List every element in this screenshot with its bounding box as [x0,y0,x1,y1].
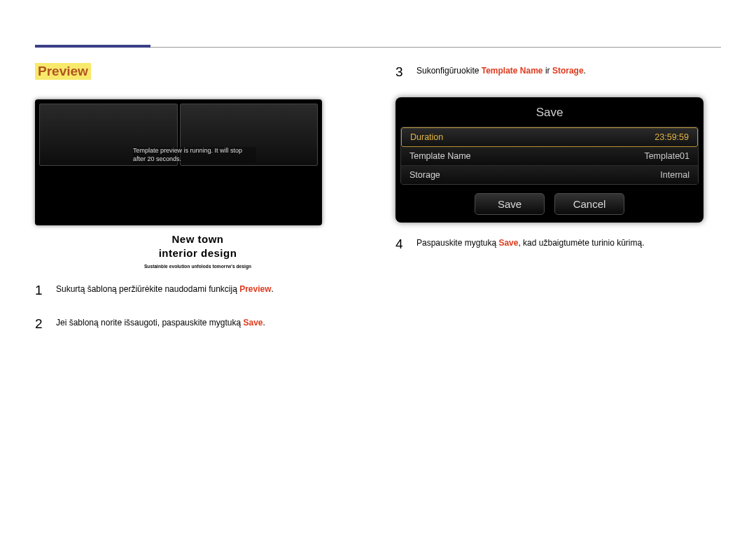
step-number: 4 [396,235,405,254]
row-label: Duration [410,132,443,142]
header-accent [35,45,150,48]
caption-line2: interior design [35,246,360,260]
dialog-row-storage[interactable]: Storage Internal [401,166,698,184]
steps-left: 1 Sukurtą šabloną peržiūrėkite naudodami… [35,281,360,334]
caption-line1: New town [35,232,360,246]
keyword-storage: Storage [552,66,584,76]
text: ir [543,66,552,76]
section-title-preview: Preview [35,63,91,80]
text: . [263,318,265,328]
step-number: 3 [396,63,405,82]
template-preview-screenshot: Template preview is running. It will sto… [35,99,322,225]
dialog-rows: Duration 23:59:59 Template Name Template… [400,127,699,185]
keyword-template-name: Template Name [482,66,543,76]
text: Paspauskite mygtuką [416,238,498,248]
step-2: 2 Jei šabloną norite išsaugoti, paspausk… [35,315,360,334]
keyword-save: Save [244,318,263,328]
step-body: Jei šabloną norite išsaugoti, paspauskit… [56,315,265,334]
step-3: 3 Sukonfigūruokite Template Name ir Stor… [396,63,721,82]
text: Sukonfigūruokite [416,66,482,76]
step-body: Paspauskite mygtuką Save, kad užbaigtumė… [416,235,645,254]
steps-right-top: 3 Sukonfigūruokite Template Name ir Stor… [396,63,721,82]
keyword-preview: Preview [239,284,271,294]
save-button[interactable]: Save [475,193,545,215]
step-body: Sukurtą šabloną peržiūrėkite naudodami f… [56,281,274,300]
preview-caption: New town interior design Sustainble evol… [35,232,360,269]
row-label: Storage [410,170,440,180]
step-body: Sukonfigūruokite Template Name ir Storag… [416,63,586,82]
right-column: 3 Sukonfigūruokite Template Name ir Stor… [396,63,721,349]
step-number: 2 [35,315,45,334]
row-value: Template01 [644,151,690,161]
text: . [584,66,586,76]
row-value: Internal [660,170,690,180]
text: . [272,284,274,294]
save-dialog: Save Duration 23:59:59 Template Name Tem… [396,97,704,223]
row-value: 23:59:59 [654,132,689,142]
dialog-row-duration[interactable]: Duration 23:59:59 [401,127,698,147]
step-1: 1 Sukurtą šabloną peržiūrėkite naudodami… [35,281,360,300]
step-4: 4 Paspauskite mygtuką Save, kad užbaigtu… [396,235,721,254]
step-number: 1 [35,281,45,300]
text: Jei šabloną norite išsaugoti, paspauskit… [56,318,244,328]
cancel-button[interactable]: Cancel [554,193,624,215]
text: Sukurtą šabloną peržiūrėkite naudodami f… [56,284,239,294]
keyword-save: Save [498,238,518,248]
preview-running-line1: Template preview is running. It will sto… [133,147,242,154]
dialog-row-template-name[interactable]: Template Name Template01 [401,147,698,166]
dialog-buttons: Save Cancel [400,185,699,218]
preview-running-text: Template preview is running. It will sto… [133,147,256,163]
preview-running-line2: after 20 seconds. [133,155,181,162]
row-label: Template Name [410,151,471,161]
steps-right-bottom: 4 Paspauskite mygtuką Save, kad užbaigtu… [396,235,721,254]
left-column: Preview Template preview is running. It … [35,63,360,349]
page-header-rule [35,34,721,48]
dialog-title: Save [400,102,699,127]
caption-sub: Sustainble evolution unfolods tomorrw's … [35,264,360,269]
text: , kad užbaigtumėte turinio kūrimą. [518,238,644,248]
two-column-layout: Preview Template preview is running. It … [35,63,721,349]
